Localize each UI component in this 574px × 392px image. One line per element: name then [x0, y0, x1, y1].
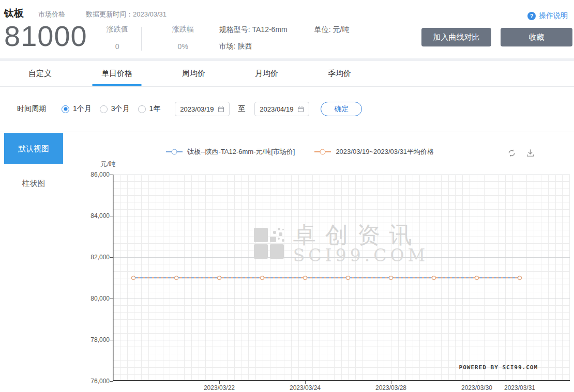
radio-icon — [100, 105, 108, 113]
y-axis-tick-label: 86,000 — [67, 171, 110, 178]
sidebar-item-bar-chart[interactable]: 柱状图 — [0, 179, 67, 189]
market-region: 市场: 陕西 — [219, 42, 288, 51]
vertical-divider — [141, 27, 142, 51]
y-axis-tick-label: 80,000 — [67, 295, 110, 302]
x-axis-tick — [305, 381, 306, 384]
y-axis-tick — [110, 257, 113, 258]
y-axis-tick-label: 76,000 — [67, 378, 110, 385]
y-axis-tick-label: 78,000 — [67, 336, 110, 343]
y-axis-unit-label: 元/吨 — [100, 160, 116, 169]
radio-icon — [62, 105, 69, 113]
question-icon: ? — [527, 12, 536, 20]
legend-label: 2023/03/19~2023/03/31平均价格 — [336, 147, 434, 156]
data-point-marker[interactable] — [217, 276, 221, 280]
radio-label: 1个月 — [73, 104, 92, 114]
change-pct-value: 0% — [171, 42, 195, 51]
data-point-marker[interactable] — [260, 276, 264, 280]
help-label: 操作说明 — [539, 11, 568, 21]
sidebar-item-default-view[interactable]: 默认视图 — [4, 133, 63, 164]
update-time-value: 2023/03/31 — [133, 10, 167, 18]
radio-label: 3个月 — [111, 104, 130, 114]
change-pct-label: 涨跌幅 — [171, 25, 195, 34]
date-range-to-label: 至 — [238, 104, 245, 114]
change-value-label: 涨跌值 — [105, 25, 130, 34]
legend-item-average-price[interactable]: 2023/03/19~2023/03/31平均价格 — [314, 147, 434, 156]
y-axis-tick-label: 82,000 — [67, 254, 110, 261]
y-axis-tick — [110, 381, 113, 382]
confirm-button[interactable]: 确定 — [321, 102, 362, 116]
x-axis-tick-label: 2023/03/30 — [454, 384, 500, 391]
download-icon[interactable] — [525, 148, 535, 158]
tab-daily-price[interactable]: 单日价格 — [101, 61, 132, 86]
legend-marker-orange — [314, 151, 331, 152]
x-axis-tick — [477, 381, 477, 384]
update-time-label: 数据更新时间： — [86, 10, 133, 18]
radio-label: 1年 — [149, 104, 161, 114]
calendar-icon — [218, 106, 224, 113]
y-axis-tick — [110, 340, 113, 340]
chart-toolbar — [507, 148, 535, 158]
data-point-marker[interactable] — [475, 276, 479, 280]
spec-column: 规格型号: TA12-6mm 市场: 陕西 — [219, 25, 288, 51]
y-axis-tick-label: 84,000 — [67, 212, 110, 219]
start-date-value: 2023/03/19 — [180, 105, 214, 113]
change-value: 0 — [105, 42, 130, 51]
start-date-input[interactable]: 2023/03/19 — [175, 102, 230, 116]
chart-panel: 钛板--陕西-TA12-6mm-元/吨[市场价] 2023/03/19~2023… — [67, 132, 574, 392]
data-point-marker[interactable] — [432, 276, 436, 280]
page-title: 钛板 — [4, 7, 24, 20]
y-axis-tick — [110, 216, 113, 216]
x-axis-tick — [391, 381, 391, 384]
chart-legend: 钛板--陕西-TA12-6mm-元/吨[市场价] 2023/03/19~2023… — [67, 147, 533, 156]
market-price-label: 市场价格 — [38, 10, 65, 19]
data-update-time: 数据更新时间：2023/03/31 — [86, 10, 167, 19]
x-axis-tick-label: 2023/03/24 — [282, 384, 328, 391]
spec-model: 规格型号: TA12-6mm — [219, 25, 288, 35]
change-value-column: 涨跌值 0 — [105, 25, 130, 51]
tab-custom[interactable]: 自定义 — [28, 61, 52, 86]
data-point-marker[interactable] — [131, 276, 135, 280]
legend-marker-blue — [166, 151, 183, 152]
help-link[interactable]: ? 操作说明 — [527, 11, 568, 21]
price-row: 81000 涨跌值 0 涨跌幅 0% 规格型号: TA12-6mm 市场: 陕西… — [4, 21, 349, 52]
x-axis-tick-label: 2023/03/22 — [196, 384, 243, 391]
radio-icon — [138, 105, 146, 113]
y-axis-tick — [110, 175, 113, 175]
tab-weekly-avg[interactable]: 周均价 — [182, 61, 205, 86]
calendar-icon — [297, 106, 304, 113]
radio-1-year[interactable]: 1年 — [138, 104, 161, 114]
y-axis-tick — [110, 299, 113, 299]
header-top-row: 钛板 市场价格 数据更新时间：2023/03/31 — [4, 7, 167, 20]
radio-1-month[interactable]: 1个月 — [62, 104, 92, 114]
plot-area: 卓创资讯 SCI99.COM POWERED BY SCI99.COM — [113, 175, 570, 381]
filter-section: 时间周期 1个月 3个月 1年 2023/03/19 至 2023/04/19 … — [0, 87, 574, 132]
data-point-marker[interactable] — [518, 276, 522, 280]
favorite-button[interactable]: 收藏 — [501, 28, 572, 46]
x-axis-tick-label: 2023/03/31 — [496, 384, 543, 391]
legend-item-market-price[interactable]: 钛板--陕西-TA12-6mm-元/吨[市场价] — [166, 147, 295, 156]
x-axis-tick-label: 2023/03/28 — [368, 384, 414, 391]
filter-row: 时间周期 1个月 3个月 1年 2023/03/19 至 2023/04/19 … — [17, 102, 362, 116]
time-period-label: 时间周期 — [17, 104, 46, 114]
end-date-input[interactable]: 2023/04/19 — [254, 102, 309, 116]
legend-label: 钛板--陕西-TA12-6mm-元/吨[市场价] — [187, 147, 295, 156]
tab-quarterly-avg[interactable]: 季均价 — [328, 61, 351, 86]
x-axis-tick — [219, 381, 220, 384]
header: 钛板 市场价格 数据更新时间：2023/03/31 ? 操作说明 81000 涨… — [0, 0, 574, 58]
add-to-curve-compare-button[interactable]: 加入曲线对比 — [421, 28, 491, 46]
data-point-marker[interactable] — [346, 276, 350, 280]
change-pct-column: 涨跌幅 0% — [171, 25, 195, 51]
data-point-marker[interactable] — [175, 276, 178, 280]
current-price: 81000 — [4, 21, 87, 52]
data-point-marker[interactable] — [389, 276, 393, 280]
main-section: 默认视图 柱状图 钛板--陕西-TA12-6mm-元/吨[市场价] 2023/0… — [0, 132, 574, 392]
end-date-value: 2023/04/19 — [260, 105, 293, 113]
chart-svg — [113, 175, 570, 381]
data-point-marker[interactable] — [303, 276, 307, 280]
x-axis-tick — [520, 381, 520, 384]
price-type-tabs: 自定义 单日价格 周均价 月均价 季均价 — [0, 61, 574, 87]
unit-label: 单位: 元/吨 — [314, 25, 350, 35]
radio-3-month[interactable]: 3个月 — [100, 104, 130, 114]
tab-monthly-avg[interactable]: 月均价 — [255, 61, 278, 86]
refresh-icon[interactable] — [507, 148, 517, 158]
